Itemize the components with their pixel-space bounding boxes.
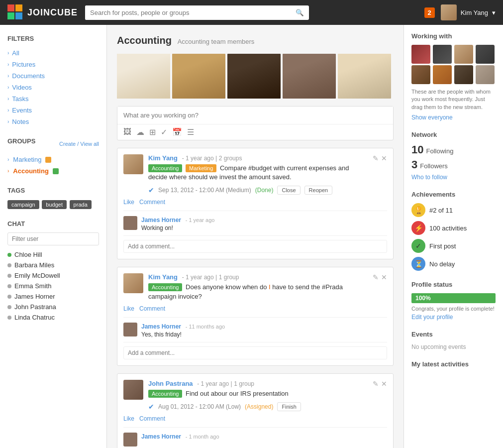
chat-user-barbara[interactable]: Barbara Miles: [7, 260, 99, 270]
achievement-badge-2: ⚡: [411, 221, 425, 235]
check-tool-icon[interactable]: ✓: [161, 127, 167, 137]
group-item-accounting[interactable]: › Accounting: [7, 165, 99, 177]
member-photo-4[interactable]: [283, 54, 336, 99]
post-author-3[interactable]: John Pastrana: [148, 380, 193, 387]
sidebar-item-label: Pictures: [12, 61, 35, 68]
post-actions-top-3: ✎ ✕: [373, 380, 387, 388]
ww-avatar-5[interactable]: [411, 65, 430, 84]
finish-button-3[interactable]: Finish: [277, 402, 301, 411]
chat-user-chloe[interactable]: Chloe Hill: [7, 249, 99, 260]
reopen-button-1[interactable]: Reopen: [304, 186, 333, 195]
logo[interactable]: JOINCUBE: [7, 4, 78, 20]
edit-icon-3[interactable]: ✎: [373, 380, 379, 388]
chat-filter-input[interactable]: [7, 232, 99, 245]
edit-icon-1[interactable]: ✎: [373, 154, 379, 162]
tag-campaign[interactable]: campaign: [7, 200, 39, 209]
ww-avatar-6[interactable]: [433, 65, 452, 84]
list-tool-icon[interactable]: ☰: [187, 127, 194, 137]
post-tag-accounting-1[interactable]: Accounting: [148, 164, 182, 172]
who-to-follow-link[interactable]: Who to follow: [411, 174, 496, 181]
comment-button-2[interactable]: Comment: [139, 305, 165, 312]
close-icon-2[interactable]: ✕: [381, 273, 387, 281]
main-content: Accounting Accounting team members: [107, 25, 403, 448]
post-avatar-3[interactable]: [123, 380, 143, 400]
close-icon-3[interactable]: ✕: [381, 380, 387, 388]
group-item-marketing[interactable]: › Marketing: [7, 154, 99, 165]
post-tag-accounting-3[interactable]: Accounting: [148, 390, 182, 398]
chevron-icon: ›: [7, 157, 9, 162]
post-author-1[interactable]: Kim Yang: [148, 154, 178, 162]
sidebar-item-label: Tasks: [12, 95, 28, 103]
achievement-label-4: No delay: [429, 260, 455, 268]
chat-user-john[interactable]: John Pastrana: [7, 302, 99, 312]
member-photo-1[interactable]: [117, 54, 170, 99]
comment-author-2-1[interactable]: James Horner: [141, 323, 181, 330]
comment-time-2-1: - 11 months ago: [186, 324, 225, 330]
ww-avatar-3[interactable]: [454, 45, 473, 64]
post-task-date-3: Aug 01, 2012 - 12:00 AM (Low): [158, 403, 241, 410]
sidebar-item-all[interactable]: › All: [7, 47, 99, 59]
tag-budget[interactable]: budget: [42, 200, 67, 209]
show-everyone-link[interactable]: Show everyone: [411, 114, 453, 121]
groups-create-link[interactable]: Create / View all: [59, 141, 99, 147]
post-avatar-2[interactable]: [123, 273, 143, 293]
ww-avatar-4[interactable]: [476, 45, 495, 64]
sidebar-item-notes[interactable]: › Notes: [7, 116, 99, 127]
like-button-2[interactable]: Like: [123, 305, 134, 312]
tag-prada[interactable]: prada: [70, 200, 92, 209]
post-input[interactable]: [117, 107, 393, 124]
ww-avatar-2[interactable]: [433, 45, 452, 64]
post-author-2[interactable]: Kim Yang: [148, 273, 178, 281]
search-button[interactable]: 🔍: [291, 5, 309, 20]
comment-button-1[interactable]: Comment: [139, 199, 165, 206]
add-comment-2: [123, 342, 387, 359]
chat-user-linda[interactable]: Linda Chatruc: [7, 312, 99, 323]
grid-tool-icon[interactable]: ⊞: [149, 127, 156, 137]
achievement-label-2: 100 activities: [429, 224, 467, 232]
member-photo-5[interactable]: [338, 54, 391, 99]
ww-avatar-1[interactable]: [411, 45, 430, 64]
sidebar-item-documents[interactable]: › Documents: [7, 70, 99, 82]
sidebar-item-events[interactable]: › Events: [7, 105, 99, 116]
edit-icon-2[interactable]: ✎: [373, 273, 379, 281]
sidebar-item-pictures[interactable]: › Pictures: [7, 59, 99, 70]
member-photo-3[interactable]: [227, 54, 281, 99]
user-menu[interactable]: Kim Yang ▾: [441, 4, 496, 20]
close-button-1[interactable]: Close: [277, 186, 300, 195]
close-icon-1[interactable]: ✕: [381, 154, 387, 162]
post-actions-top-2: ✎ ✕: [373, 273, 387, 281]
chat-user-emily[interactable]: Emily McDowell: [7, 270, 99, 281]
cloud-tool-icon[interactable]: ☁: [136, 127, 144, 137]
post-tag-accounting-2[interactable]: Accounting: [148, 283, 182, 291]
like-button-3[interactable]: Like: [123, 415, 134, 422]
post-actions-top-1: ✎ ✕: [373, 154, 387, 162]
activities-title: My latest activities: [411, 360, 496, 368]
comment-author-1-1[interactable]: James Horner: [141, 217, 181, 224]
comment-time-1-1: - 1 year ago: [186, 217, 215, 223]
calendar-tool-icon[interactable]: 📅: [172, 127, 182, 137]
user-avatar: [441, 4, 457, 20]
like-button-1[interactable]: Like: [123, 199, 134, 206]
notification-badge[interactable]: 2: [424, 7, 435, 18]
post-tag-marketing-1[interactable]: Marketing: [186, 164, 216, 172]
post-avatar-1[interactable]: [123, 154, 143, 174]
add-comment-input-2[interactable]: [123, 346, 387, 359]
sidebar-item-videos[interactable]: › Videos: [7, 82, 99, 93]
sidebar-item-tasks[interactable]: › Tasks: [7, 93, 99, 105]
add-comment-input-1[interactable]: [123, 240, 387, 253]
profile-edit-link[interactable]: Edit your profile: [411, 314, 453, 321]
chevron-icon: ›: [7, 108, 9, 113]
image-tool-icon[interactable]: 🖼: [123, 127, 131, 137]
comment-author-3-1[interactable]: James Horner: [141, 433, 181, 440]
ww-avatar-8[interactable]: [476, 65, 495, 84]
ww-avatar-7[interactable]: [454, 65, 473, 84]
chat-user-emma[interactable]: Emma Smith: [7, 281, 99, 291]
chat-user-james[interactable]: James Horner: [7, 291, 99, 302]
comment-time-3-1: - 1 month ago: [186, 434, 219, 440]
achievement-label-3: First post: [429, 242, 456, 250]
search-input[interactable]: [85, 5, 291, 20]
achievements-title: Achievements: [411, 191, 496, 198]
comment-button-3[interactable]: Comment: [139, 415, 165, 422]
member-photo-2[interactable]: [172, 54, 225, 99]
group-color-dot: [45, 157, 51, 163]
